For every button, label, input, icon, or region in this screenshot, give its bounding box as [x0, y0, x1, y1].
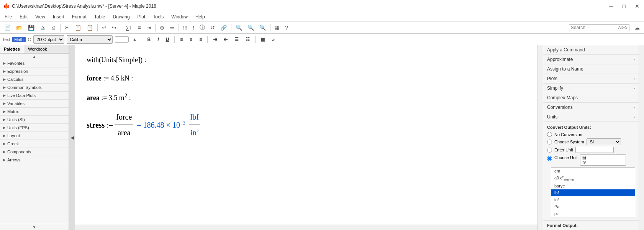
menu-tools[interactable]: Tools: [151, 13, 165, 20]
back-button[interactable]: ⊕: [158, 23, 166, 32]
new-button[interactable]: 📄: [2, 23, 13, 32]
help-button[interactable]: ?: [283, 23, 290, 32]
palette-item-components[interactable]: ▶Components: [0, 148, 69, 156]
bang-button[interactable]: !: [191, 23, 196, 32]
palette-item-common-symbols[interactable]: ▶Common Symbols: [0, 84, 69, 92]
close-button[interactable]: ✕: [633, 3, 641, 9]
menu-insert[interactable]: Insert: [51, 13, 66, 20]
palette-item-arrows[interactable]: ▶Arrows: [0, 156, 69, 164]
right-item-apply-command[interactable]: Apply a Command: [543, 45, 639, 55]
menu-help[interactable]: Help: [194, 13, 206, 20]
copy-button[interactable]: 📋: [73, 23, 83, 32]
palette-item-units-fps[interactable]: ▶Units (FPS): [0, 124, 69, 132]
right-item-plots[interactable]: Plots ›: [543, 74, 639, 84]
palette-item-greek[interactable]: ▶Greek: [0, 140, 69, 148]
save-button[interactable]: 💾: [26, 23, 36, 32]
more-btn[interactable]: »: [270, 36, 277, 43]
right-item-assign-name[interactable]: Assign to a Name: [543, 64, 639, 74]
right-item-conversions[interactable]: Conversions ›: [543, 103, 639, 112]
horizontal-scrollbar[interactable]: [75, 225, 537, 230]
insert-math-button[interactable]: ∑T: [123, 23, 134, 32]
zoom-in-button[interactable]: 🔍: [234, 23, 244, 32]
list-btn[interactable]: ☰: [232, 36, 241, 43]
choose-unit-radio[interactable]: [547, 156, 552, 161]
right-item-complex-maps[interactable]: Complex Maps: [543, 93, 639, 103]
dropdown-item-pa[interactable]: Pa: [551, 203, 635, 210]
menu-drawing[interactable]: Drawing: [111, 13, 131, 20]
loop-button[interactable]: ↺: [208, 23, 217, 32]
menu-table[interactable]: Table: [93, 13, 107, 20]
paste-button[interactable]: 📋: [85, 23, 95, 32]
italic-button[interactable]: I: [155, 36, 161, 43]
math-badge[interactable]: Math: [12, 37, 25, 42]
indent-inc-btn[interactable]: ⇥: [211, 36, 219, 43]
choose-system-radio[interactable]: [547, 140, 552, 145]
indent-dec-btn[interactable]: ⇤: [221, 36, 230, 43]
palette-collapse-btn[interactable]: ◀: [69, 45, 75, 230]
window-controls[interactable]: ─ □ ✕: [608, 3, 641, 9]
dropdown-item-barye[interactable]: barye: [551, 182, 635, 189]
menu-view[interactable]: View: [34, 13, 47, 20]
underline-button[interactable]: U: [164, 36, 172, 43]
palette-item-units-si[interactable]: ▶Units (SI): [0, 116, 69, 124]
enter-unit-radio[interactable]: [547, 148, 552, 153]
font-size-input[interactable]: 12: [115, 36, 129, 43]
menu-window[interactable]: Window: [170, 13, 189, 20]
no-conversion-radio[interactable]: [547, 132, 552, 137]
search-box[interactable]: Alt+S: [569, 24, 629, 31]
palette-item-layout[interactable]: ▶Layout: [0, 132, 69, 140]
indent-button[interactable]: ⇥: [144, 23, 153, 32]
print-button[interactable]: 🖨: [38, 23, 47, 32]
output-mode-select[interactable]: 2D Output: [33, 35, 64, 44]
dropdown-item-pz[interactable]: pz: [551, 210, 635, 217]
tab-workbook[interactable]: Workbook: [24, 45, 51, 53]
right-item-units[interactable]: Units ›: [543, 112, 639, 122]
redo-button[interactable]: ↪: [110, 23, 118, 32]
choose-unit-dropdown[interactable]: lbf in²: [580, 154, 626, 166]
size-up-btn[interactable]: ▲: [131, 36, 139, 43]
palette-item-live-data-plots[interactable]: ▶Live Data Plots: [0, 92, 69, 100]
search-input[interactable]: [571, 25, 617, 30]
zoom-out-button[interactable]: 🔍: [246, 23, 256, 32]
dropdown-item-lbf[interactable]: lbf: [551, 189, 635, 196]
zoom-fit-button[interactable]: 🔍: [257, 23, 268, 32]
palette-item-expression[interactable]: ▶Expression: [0, 67, 69, 76]
scroll-up-btn[interactable]: ▲: [0, 53, 69, 59]
font-select[interactable]: Calibri: [67, 35, 113, 44]
exclaim-button[interactable]: !!!: [181, 23, 190, 32]
cut-button[interactable]: ✂: [63, 23, 71, 32]
dropdown-item-in2[interactable]: in²: [551, 196, 635, 203]
palette-item-favorites[interactable]: ▶Favorites: [0, 59, 69, 67]
print2-button[interactable]: 🖨: [49, 23, 58, 32]
align-button[interactable]: ≡: [136, 23, 143, 32]
palette-item-calculus[interactable]: ▶Calculus: [0, 76, 69, 84]
palette-item-matrix[interactable]: ▶Matrix: [0, 108, 69, 116]
editor-scroll-v[interactable]: [537, 45, 543, 230]
link-button[interactable]: 🔗: [218, 23, 229, 32]
worksheet-button[interactable]: ▦: [273, 23, 282, 32]
bold-button[interactable]: B: [145, 36, 153, 43]
info-button[interactable]: ⓘ: [198, 23, 207, 32]
align-right-btn[interactable]: ≡: [197, 36, 204, 43]
menu-format[interactable]: Format: [70, 13, 88, 20]
fwd-button[interactable]: ⇒: [168, 23, 176, 32]
enter-unit-input[interactable]: [575, 147, 614, 153]
palette-item-variables[interactable]: ▶Variables: [0, 100, 69, 108]
scroll-down-btn[interactable]: ▼: [0, 224, 69, 230]
menu-file[interactable]: File: [3, 13, 13, 20]
cloud-button[interactable]: ☁: [633, 23, 642, 32]
minimize-button[interactable]: ─: [608, 3, 615, 9]
align-left-btn[interactable]: ≡: [178, 36, 185, 43]
table-grid-btn[interactable]: ▦: [259, 36, 267, 43]
dropdown-item-a0[interactable]: a0 ς²atm/mic: [551, 174, 635, 182]
menu-plot[interactable]: Plot: [136, 13, 147, 20]
restore-button[interactable]: □: [621, 3, 627, 9]
dropdown-item-em[interactable]: em: [551, 168, 635, 174]
system-select[interactable]: SI: [587, 138, 621, 145]
num-list-btn[interactable]: ☷: [243, 36, 252, 43]
right-item-simplify[interactable]: Simplify ›: [543, 84, 639, 93]
menu-edit[interactable]: Edit: [18, 13, 29, 20]
align-center-btn[interactable]: ≡: [187, 36, 195, 43]
tab-palettes[interactable]: Palettes: [0, 45, 24, 53]
open-button[interactable]: 📂: [14, 23, 25, 32]
